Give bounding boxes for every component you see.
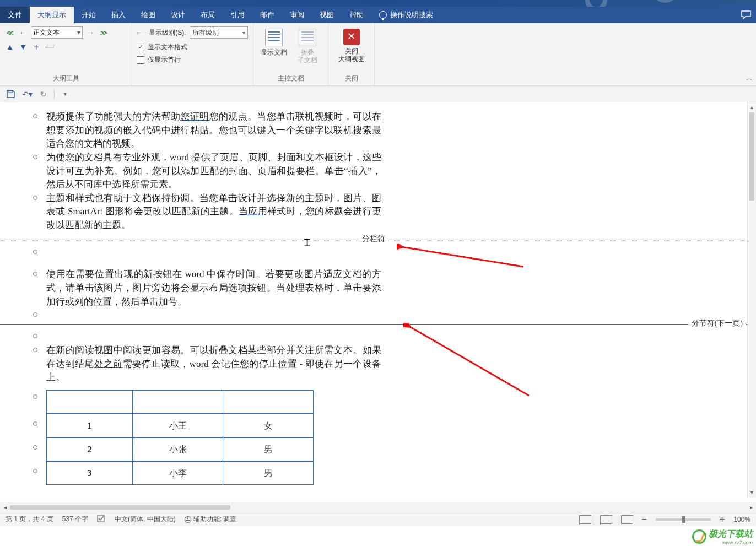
ribbon-collapse-button[interactable]: ︿ xyxy=(746,74,753,83)
demote-icon[interactable]: → xyxy=(85,26,96,39)
paragraph[interactable]: 视频提供了功能强大的方法帮助您证明您的观点。当您单击联机视频时，可以在想要添加的… xyxy=(46,110,381,151)
outline-bullet xyxy=(33,421,37,426)
collapse-icon[interactable]: — xyxy=(44,42,55,52)
close-icon: ✕ xyxy=(343,29,360,45)
read-mode-icon[interactable] xyxy=(579,515,591,524)
zoom-slider[interactable] xyxy=(656,518,711,521)
accessibility-indicator[interactable]: 辅助功能: 调查 xyxy=(185,515,237,524)
paragraph[interactable]: 主题和样式也有助于文档保持协调。当您单击设计并选择新的主题时，图片、图表或 Sm… xyxy=(46,192,381,233)
outline-bullet xyxy=(33,272,37,276)
tab-mail[interactable]: 邮件 xyxy=(252,7,282,23)
demote-to-body-icon[interactable]: ≫ xyxy=(98,26,109,39)
print-layout-icon[interactable] xyxy=(600,515,612,524)
table-cell[interactable] xyxy=(47,390,133,413)
vertical-scrollbar[interactable]: ▴▾ xyxy=(747,102,756,498)
table-cell[interactable]: 1 xyxy=(47,414,133,437)
outline-bullet xyxy=(33,394,37,399)
table-cell[interactable]: 男 xyxy=(223,437,314,461)
table-cell[interactable]: 3 xyxy=(47,461,133,484)
paragraph-empty[interactable] xyxy=(46,309,381,312)
show-text-format-checkbox[interactable]: ✓ xyxy=(137,44,144,51)
expand-icon[interactable]: ＋ xyxy=(31,41,42,53)
table-cell[interactable]: 小王 xyxy=(133,414,223,437)
tab-view[interactable]: 视图 xyxy=(312,7,342,23)
show-document-label: 显示文档 xyxy=(261,48,287,56)
scroll-up-icon[interactable]: ▴ xyxy=(748,102,756,112)
collapse-subdoc-label: 折叠 子文档 xyxy=(298,48,317,64)
qat-customize-icon[interactable]: ▾ xyxy=(59,88,71,100)
redo-icon[interactable]: ↻ xyxy=(37,88,50,100)
outline-level-value: 正文文本 xyxy=(33,28,60,37)
save-icon[interactable] xyxy=(4,88,17,100)
ribbon: ≪ ← 正文文本 ▾ → ≫ ▲ ▼ ＋ — 大纲工具 ◦— 显示级别(S): xyxy=(0,23,756,86)
table-cell[interactable]: 男 xyxy=(223,461,314,484)
tab-file[interactable]: 文件 xyxy=(0,7,30,23)
show-level-select[interactable]: 所有级别 ▾ xyxy=(190,26,248,39)
horizontal-scrollbar[interactable]: ◂▸ xyxy=(0,502,756,512)
outline-level-select[interactable]: 正文文本 ▾ xyxy=(31,26,83,39)
tab-ref[interactable]: 引用 xyxy=(223,7,252,23)
paragraph[interactable]: 为使您的文档具有专业外观，word 提供了页眉、页脚、封面和文本框设计，这些设计… xyxy=(46,151,381,192)
promote-to-heading1-icon[interactable]: ≪ xyxy=(4,26,15,39)
group-label-outline: 大纲工具 xyxy=(4,73,127,84)
chevron-down-icon: ▾ xyxy=(77,29,80,36)
watermark-url: www.xz7.com xyxy=(709,540,753,545)
ribbon-tabs: 文件 大纲显示 开始 插入 绘图 设计 布局 引用 邮件 审阅 视图 帮助 操作… xyxy=(0,7,756,23)
scroll-left-icon[interactable]: ◂ xyxy=(0,504,10,510)
table-cell[interactable]: 小李 xyxy=(133,461,223,484)
tab-insert[interactable]: 插入 xyxy=(104,7,133,23)
paragraph[interactable]: 在新的阅读视图中阅读更加容易。可以折叠文档某些部分并关注所需文本。如果在达到结尾… xyxy=(46,344,381,385)
tab-outline[interactable]: 大纲显示 xyxy=(30,7,74,23)
scroll-thumb[interactable] xyxy=(10,505,230,510)
group-show: ◦— 显示级别(S): 所有级别 ▾ ✓ 显示文本格式 仅显示首行 . xyxy=(132,23,253,85)
tab-review[interactable]: 审阅 xyxy=(282,7,312,23)
zoom-out-button[interactable]: − xyxy=(642,515,647,525)
language-indicator[interactable]: 中文(简体, 中国大陆) xyxy=(115,515,176,524)
show-level-icon: ◦— xyxy=(137,29,145,36)
table-row[interactable]: 1小王女 xyxy=(46,414,314,437)
scroll-down-icon[interactable]: ▾ xyxy=(748,488,756,498)
tab-layout[interactable]: 布局 xyxy=(193,7,223,23)
tell-me[interactable]: 操作说明搜索 xyxy=(371,7,441,23)
show-level-label: 显示级别(S): xyxy=(149,28,186,37)
group-close: ✕ 关闭 大纲视图 关闭 xyxy=(328,23,375,85)
zoom-value[interactable]: 100% xyxy=(733,516,750,523)
page-indicator[interactable]: 第 1 页，共 4 页 xyxy=(6,515,53,524)
table-cell[interactable] xyxy=(133,390,223,413)
paragraph-empty[interactable] xyxy=(46,330,381,344)
title-bar xyxy=(0,0,756,7)
document-table[interactable] xyxy=(46,390,314,414)
table-row[interactable]: 2小张男 xyxy=(46,437,314,461)
comments-button[interactable] xyxy=(736,7,756,23)
tab-design[interactable]: 设计 xyxy=(163,7,193,23)
tab-draw[interactable]: 绘图 xyxy=(133,7,163,23)
first-line-only-checkbox[interactable] xyxy=(137,56,144,64)
promote-icon[interactable]: ← xyxy=(18,26,29,39)
tell-me-label: 操作说明搜索 xyxy=(390,10,433,20)
undo-icon[interactable]: ↶▾ xyxy=(21,88,33,100)
outline-bullet xyxy=(33,155,37,159)
document-area[interactable]: 视频提供了功能强大的方法帮助您证明您的观点。当您单击联机视频时，可以在想要添加的… xyxy=(0,102,747,498)
tab-home[interactable]: 开始 xyxy=(74,7,104,23)
word-count[interactable]: 537 个字 xyxy=(62,515,88,524)
spellcheck-icon[interactable] xyxy=(97,514,106,525)
scroll-right-icon[interactable]: ▸ xyxy=(746,504,756,510)
table-cell[interactable]: 女 xyxy=(223,414,314,437)
outline-bullet xyxy=(33,196,37,200)
move-down-icon[interactable]: ▼ xyxy=(18,41,29,53)
paragraph-empty[interactable] xyxy=(46,246,381,260)
scroll-thumb[interactable] xyxy=(749,112,754,201)
table-cell[interactable] xyxy=(223,390,314,413)
close-outline-button[interactable]: ✕ 关闭 大纲视图 xyxy=(333,25,370,63)
web-layout-icon[interactable] xyxy=(621,515,633,524)
show-document-button[interactable]: 显示文档 xyxy=(258,25,290,73)
zoom-in-button[interactable]: + xyxy=(720,515,725,525)
table-cell[interactable]: 小张 xyxy=(133,437,223,461)
group-master-doc: 显示文档 折叠 子文档 主控文档 xyxy=(253,23,328,85)
close-outline-label: 关闭 大纲视图 xyxy=(338,47,365,63)
table-cell[interactable]: 2 xyxy=(47,437,133,461)
paragraph[interactable]: 使用在需要位置出现的新按钮在 word 中保存时间。若要更改图片适应文档的方式，… xyxy=(46,268,381,309)
move-up-icon[interactable]: ▲ xyxy=(4,41,15,53)
table-row[interactable]: 3小李男 xyxy=(46,461,314,485)
tab-help[interactable]: 帮助 xyxy=(342,7,371,23)
